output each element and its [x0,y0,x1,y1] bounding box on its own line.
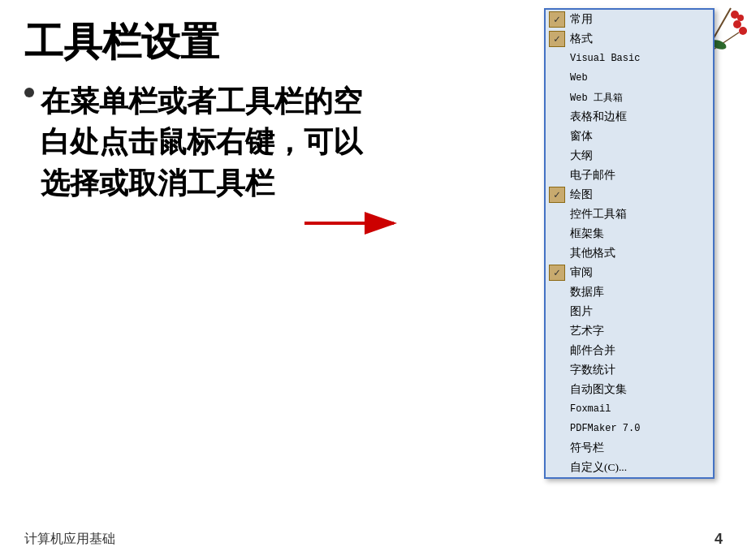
menu-item-label: 审阅 [570,265,593,280]
menu-check-box [549,381,565,398]
menu-check-box [549,304,565,320]
menu-check-box [549,440,565,456]
menu-check-box [549,401,565,417]
menu-check-box [549,362,565,378]
page-number: 4 [715,531,723,548]
menu-item-label: 大纲 [570,149,593,163]
bullet-dot [24,88,34,97]
bullet-text: 在菜单栏或者工具栏的空白处点击鼠标右键，可以选择或取消工具栏 [41,81,374,204]
menu-item[interactable]: 框架集 [546,224,713,243]
menu-item[interactable]: 数据库 [546,282,713,302]
menu-item-label: 框架集 [570,226,604,241]
check-mark-icon: ✓ [554,32,560,45]
menu-check-box: ✓ [549,31,565,47]
menu-item-label: 邮件合并 [570,343,615,358]
menu-item[interactable]: PDFMaker 7.0 [546,419,713,438]
menu-item[interactable]: 艺术字 [546,321,713,341]
menu-item-label: 字数统计 [570,363,615,377]
check-mark-icon: ✓ [554,266,560,279]
menu-item[interactable]: ✓审阅 [546,263,713,282]
svg-point-15 [731,11,739,19]
menu-item[interactable]: 自定义(C)... [546,458,713,477]
menu-item[interactable]: Web 工具箱 [546,88,713,107]
menu-check-box [549,459,565,476]
slide: 工具栏设置 在菜单栏或者工具栏的空白处点击鼠标右键，可以选择或取消工具栏 ✓常用… [0,0,747,560]
menu-item-label: 自动图文集 [570,382,627,397]
slide-title: 工具栏设置 [24,16,219,68]
content-area: 在菜单栏或者工具栏的空白处点击鼠标右键，可以选择或取消工具栏 [24,81,374,204]
menu-item[interactable]: 符号栏 [546,438,713,458]
check-mark-icon: ✓ [554,188,560,201]
arrow-container [300,207,406,239]
arrow-icon [300,207,406,239]
menu-item[interactable]: 图片 [546,302,713,321]
menu-item-label: 电子邮件 [570,168,615,183]
menu-item[interactable]: 控件工具箱 [546,205,713,224]
menu-item[interactable]: 电子邮件 [546,166,713,185]
menu-item-label: 窗体 [570,129,593,144]
menu-check-box [549,167,565,183]
menu-check-box: ✓ [549,187,565,203]
menu-check-box [549,50,565,67]
svg-point-12 [733,20,741,28]
menu-check-box [549,245,565,261]
menu-item-label: 其他格式 [570,246,615,261]
menu-item-label: 自定义(C)... [570,460,627,475]
menu-check-box [549,323,565,339]
menu-item[interactable]: Foxmail [546,399,713,419]
bottom-label: 计算机应用基础 [24,531,115,548]
menu-item-label: 表格和边框 [570,110,627,124]
menu-check-box [549,89,565,106]
menu-item[interactable]: 其他格式 [546,243,713,263]
menu-item-label: 格式 [570,32,593,46]
menu-item[interactable]: ✓常用 [546,10,713,29]
menu-item[interactable]: Web [546,68,713,88]
menu-item-label: 数据库 [570,285,604,299]
menu-item-label: 图片 [570,304,593,319]
menu-item-label: 绘图 [570,187,593,202]
menu-check-box [549,206,565,222]
menu-item[interactable]: 邮件合并 [546,341,713,360]
menu-check-box [549,420,565,437]
menu-item[interactable]: 字数统计 [546,360,713,380]
menu-item[interactable]: 表格和边框 [546,107,713,127]
dropdown-menu[interactable]: ✓常用✓格式Visual BasicWebWeb 工具箱表格和边框窗体大纲电子邮… [544,8,715,479]
menu-item-label: PDFMaker 7.0 [570,423,640,434]
svg-point-13 [739,27,747,35]
menu-item[interactable]: 窗体 [546,127,713,146]
menu-item[interactable]: Visual Basic [546,49,713,68]
menu-check-box: ✓ [549,265,565,281]
bottom-bar: 计算机应用基础 4 [24,531,723,548]
menu-check-box [549,70,565,86]
menu-item[interactable]: 自动图文集 [546,380,713,399]
check-mark-icon: ✓ [554,13,560,26]
bullet-item: 在菜单栏或者工具栏的空白处点击鼠标右键，可以选择或取消工具栏 [24,81,374,204]
menu-item-label: Web 工具箱 [570,91,623,105]
menu-item[interactable]: 大纲 [546,146,713,166]
menu-check-box [549,284,565,300]
menu-item-label: Web [570,72,588,84]
menu-item-label: 艺术字 [570,324,604,338]
menu-item[interactable]: ✓绘图 [546,185,713,205]
menu-item[interactable]: ✓格式 [546,29,713,49]
title-area: 工具栏设置 [24,16,219,68]
menu-check-box: ✓ [549,11,565,28]
menu-check-box [549,342,565,359]
menu-check-box [549,109,565,125]
menu-item-label: 符号栏 [570,441,604,455]
menu-item-label: 常用 [570,12,593,27]
menu-item-label: Visual Basic [570,53,640,64]
menu-item-label: Foxmail [570,403,611,415]
menu-item-label: 控件工具箱 [570,207,627,222]
menu-check-box [549,148,565,164]
menu-check-box [549,226,565,242]
menu-check-box [549,128,565,144]
